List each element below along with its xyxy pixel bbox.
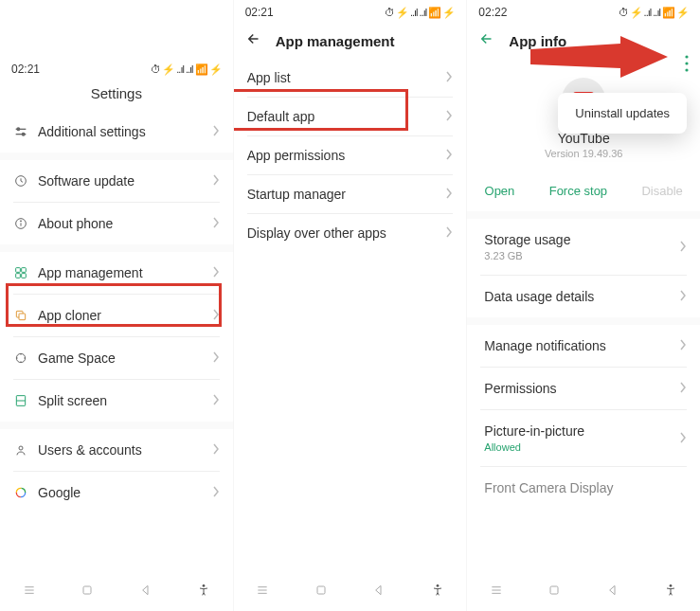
user-icon [13,442,38,458]
nav-home-icon[interactable] [314,583,329,602]
row-notifications[interactable]: Manage notifications [467,325,700,367]
row-title: Manage notifications [484,338,683,353]
chevron-right-icon [679,380,687,397]
svg-point-33 [685,62,688,64]
svg-rect-10 [16,274,21,279]
nav-back-icon[interactable] [138,583,153,602]
nav-recent-icon[interactable] [489,583,504,602]
status-icons: ⏱ ⚡ ..ıl ..ıl 📶 ⚡ [385,7,456,19]
settings-item-split-screen[interactable]: Split screen [0,380,233,422]
row-data-usage[interactable]: Data usage details [467,276,700,317]
item-label: Google [38,485,220,500]
svg-point-34 [685,68,688,71]
nav-bar [0,573,233,611]
status-bar: 02:22 ⏱ ⚡ ..ıl ..ıl 📶 ⚡ [467,0,700,23]
popup-uninstall-updates[interactable]: Uninstall updates [558,93,687,134]
nav-accessibility-icon[interactable] [196,583,211,602]
force-stop-button[interactable]: Force stop [549,184,607,198]
page-title: App management [276,33,395,49]
back-arrow-icon[interactable] [478,30,495,51]
chevron-right-icon [212,392,220,409]
settings-item-software-update[interactable]: Software update [0,160,233,202]
settings-item-app-cloner[interactable]: App cloner [0,295,233,336]
settings-item-about-phone[interactable]: About phone [0,203,233,244]
nav-home-icon[interactable] [547,583,562,602]
settings-panel: 02:21 ⏱ ⚡ ..ıl ..ıl 📶 ⚡ Settings Additio… [0,0,234,611]
svg-point-1 [17,128,20,131]
status-bar: 02:21 ⏱ ⚡ ..ıl ..ıl 📶 ⚡ [0,57,233,80]
item-app-permissions[interactable]: App permissions [234,136,467,174]
open-button[interactable]: Open [485,184,515,198]
item-label: Software update [38,173,220,189]
settings-item-app-management[interactable]: App management [0,252,233,294]
update-icon [13,173,38,189]
status-bar: 02:21 ⏱ ⚡ ..ıl ..ıl 📶 ⚡ [234,0,467,23]
item-label: App permissions [247,148,454,163]
clock: 02:21 [245,6,274,19]
game-icon [13,350,38,366]
cloner-icon [13,308,38,323]
status-icons: ⏱ ⚡ ..ıl ..ıl 📶 ⚡ [619,7,690,19]
item-label: Startup manager [247,187,454,202]
item-label: About phone [38,216,220,231]
item-label: App management [38,265,220,280]
svg-rect-25 [83,586,91,594]
chevron-right-icon [212,484,220,501]
svg-rect-13 [19,314,26,320]
nav-accessibility-icon[interactable] [430,583,445,602]
item-default-app[interactable]: Default app [234,98,467,135]
chevron-right-icon [445,69,453,86]
svg-point-14 [16,353,25,362]
item-label: Users & accounts [38,442,220,458]
nav-accessibility-icon[interactable] [663,583,678,602]
row-pip[interactable]: Picture-in-picture Allowed [467,410,700,466]
nav-home-icon[interactable] [80,583,95,602]
row-sub: 3.23 GB [484,250,683,261]
item-label: Default app [247,109,454,124]
nav-back-icon[interactable] [371,583,386,602]
chevron-right-icon [445,108,453,125]
row-storage-usage[interactable]: Storage usage 3.23 GB [467,219,700,275]
app-info-panel: 02:22 ⏱ ⚡ ..ıl ..ıl 📶 ⚡ App info Uninsta… [467,0,700,611]
grid-icon [13,265,38,280]
disable-button: Disable [641,184,682,198]
item-startup-manager[interactable]: Startup manager [234,175,467,213]
chevron-right-icon [212,441,220,458]
row-front-camera[interactable]: Front Camera Display [467,467,700,509]
svg-rect-9 [22,268,27,273]
settings-item-game-space[interactable]: Game Space [0,337,233,379]
nav-back-icon[interactable] [605,583,620,602]
row-title: Storage usage [484,232,683,247]
svg-point-32 [685,55,688,58]
popup-label: Uninstall updates [575,106,670,120]
chevron-right-icon [679,239,687,256]
row-permissions[interactable]: Permissions [467,368,700,409]
google-icon [13,485,38,500]
svg-point-17 [19,446,23,450]
chevron-right-icon [212,264,220,281]
chevron-right-icon [679,337,687,354]
row-title: Front Camera Display [484,480,683,495]
nav-bar [234,573,467,611]
svg-rect-38 [550,586,558,594]
svg-point-3 [22,133,25,135]
page-title: App info [509,33,566,49]
chevron-right-icon [679,430,687,447]
settings-item-users-accounts[interactable]: Users & accounts [0,429,233,471]
nav-recent-icon[interactable] [255,583,270,602]
clock: 02:21 [11,63,40,76]
back-arrow-icon[interactable] [245,30,262,51]
svg-point-31 [437,584,439,586]
item-app-list[interactable]: App list [234,59,467,97]
app-version: Version 19.49.36 [467,148,700,159]
item-label: App list [247,70,454,85]
split-screen-icon [13,393,38,408]
settings-item-additional[interactable]: Additional settings [0,111,233,153]
nav-recent-icon[interactable] [22,583,37,602]
item-label: App cloner [38,308,220,323]
more-menu-button[interactable] [685,55,689,76]
item-display-over-apps[interactable]: Display over other apps [234,214,467,252]
row-title: Permissions [484,381,683,396]
settings-item-google[interactable]: Google [0,472,233,513]
app-management-panel: 02:21 ⏱ ⚡ ..ıl ..ıl 📶 ⚡ App management A… [234,0,468,611]
